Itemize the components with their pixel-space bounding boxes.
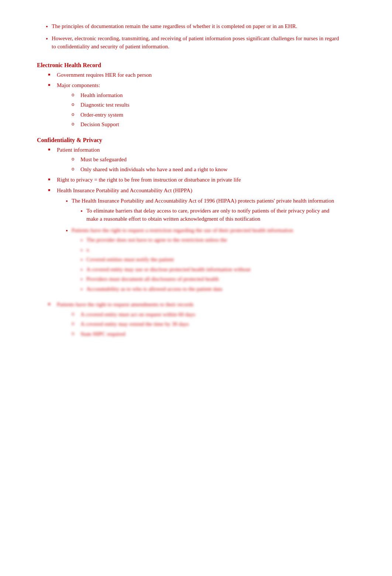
patient-info-sublist: Must be safeguarded Only shared with ind… [57, 155, 340, 173]
ehr-component-decision-support: Decision Support [72, 120, 340, 129]
patient-info-safeguarded: Must be safeguarded [72, 155, 340, 164]
blurred-sub-list: The provider does not have to agree to t… [72, 236, 340, 293]
top-bullet-2: However, electronic recording, transmitt… [52, 34, 340, 51]
blurred-bullet-text: Patients have the right to request a res… [72, 227, 293, 233]
blurred-sub-item-2: x [86, 246, 340, 254]
ehr-section: Electronic Health Record Government requ… [37, 62, 340, 129]
blurred-footer-sub-list: A covered entity must act on request wit… [57, 310, 340, 338]
ehr-heading: Electronic Health Record [37, 62, 340, 69]
hipaa-sub-bullet-eliminate: To eliminate barriers that delay access … [86, 207, 340, 223]
blurred-footer-sub-3: State HIPC required [72, 330, 340, 338]
top-bullets-section: The principles of documentation remain t… [37, 22, 340, 51]
right-to-privacy-item: Right to privacy = the right to be free … [48, 176, 340, 184]
confidentiality-extra-list: Right to privacy = the right to be free … [37, 176, 340, 293]
ehr-item-government: Government requires HER for each person [48, 71, 340, 79]
patient-info-shared: Only shared with individuals who have a … [72, 165, 340, 174]
blurred-sub-item-5: Providers must document all disclosures … [86, 275, 340, 283]
top-bullet-1: The principles of documentation remain t… [52, 22, 340, 31]
ehr-square-list: Government requires HER for each person … [37, 71, 340, 129]
blurred-sub-item-1: The provider does not have to agree to t… [86, 236, 340, 244]
ehr-component-order-entry: Order-entry system [72, 111, 340, 119]
ehr-components-list: Health information Diagnostic test resul… [57, 91, 340, 129]
blurred-sub-item-3: Covered entities must notify the patient [86, 255, 340, 264]
confidentiality-square-list: Patient information Must be safeguarded … [37, 146, 340, 174]
blurred-sub-item-4: A covered entity may use or disclose pro… [86, 265, 340, 274]
ehr-item-major-components: Major components: Health information Dia… [48, 81, 340, 129]
blurred-footer-list: Patients have the right to request amend… [37, 300, 340, 338]
confidentiality-patient-info: Patient information Must be safeguarded … [48, 146, 340, 174]
confidentiality-section: Confidentiality & Privacy Patient inform… [37, 137, 340, 338]
ehr-component-diagnostic: Diagnostic test results [72, 101, 340, 109]
confidentiality-heading: Confidentiality & Privacy [37, 137, 340, 144]
hipaa-bullet-main: The Health Insurance Portability and Acc… [72, 197, 340, 223]
blurred-sub-item-6: Accountability as to who is allowed acce… [86, 285, 340, 293]
hipaa-bullet-blurred: Patients have the right to request a res… [72, 226, 340, 293]
hipaa-sub-bullet-list: To eliminate barriers that delay access … [72, 207, 340, 223]
blurred-footer-sub-2: A covered entity may extend the time by … [72, 320, 340, 328]
blurred-footer-sub-1: A covered entity must act on request wit… [72, 310, 340, 319]
hipaa-bullet-list: The Health Insurance Portability and Acc… [57, 197, 340, 293]
blurred-footer-section: Patients have the right to request amend… [37, 300, 340, 338]
main-content: The principles of documentation remain t… [37, 22, 340, 338]
hipaa-item: Health Insurance Portability and Account… [48, 186, 340, 293]
blurred-footer-item: Patients have the right to request amend… [48, 300, 340, 338]
ehr-component-health-info: Health information [72, 91, 340, 100]
